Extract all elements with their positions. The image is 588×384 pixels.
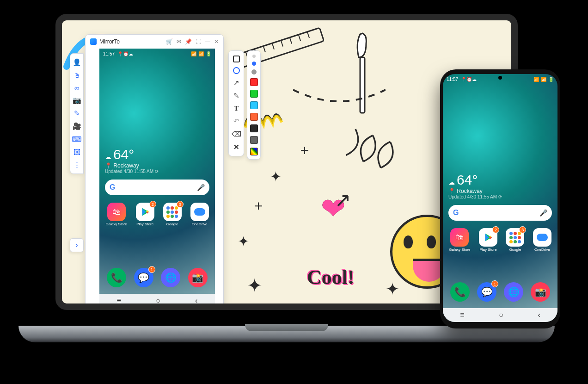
close-tool-icon[interactable]: ✕ bbox=[233, 143, 239, 151]
cart-icon[interactable]: 🛒 bbox=[166, 38, 173, 45]
weather-location: Rockaway bbox=[113, 162, 139, 169]
color-green-swatch[interactable] bbox=[250, 90, 258, 98]
rect-tool-icon[interactable] bbox=[233, 56, 240, 62]
mouse-icon[interactable]: 🖱 bbox=[74, 71, 80, 79]
minimize-icon[interactable]: — bbox=[205, 38, 210, 45]
dashed-curve-doodle bbox=[293, 85, 386, 108]
weather-icon: ☁ bbox=[105, 153, 111, 161]
mirrored-phone-screen[interactable]: 11:57 📍⏰☁ 📶📶🔋 ☁ 64° 📍 Rockaway Updated 4… bbox=[99, 49, 215, 308]
dock-internet[interactable]: 🌐 bbox=[161, 268, 180, 287]
google-search-bar[interactable]: G 🎤 bbox=[105, 180, 209, 195]
nav-home[interactable]: ○ bbox=[499, 311, 503, 319]
size-large-icon[interactable] bbox=[251, 69, 257, 74]
star-doodle: ✦ bbox=[270, 168, 282, 185]
wallpaper-area bbox=[443, 84, 557, 172]
color-gray-swatch[interactable] bbox=[250, 136, 258, 144]
size-small-icon[interactable] bbox=[252, 55, 256, 58]
dock-phone[interactable]: 📞 bbox=[107, 268, 126, 287]
paintbrush-doodle bbox=[353, 30, 372, 122]
app-play-store[interactable]: 2Play Store bbox=[479, 228, 497, 252]
app-row: 🛍 Galaxy Store 2 Play Store 3 Google One… bbox=[99, 198, 215, 227]
text-tool-icon[interactable]: T bbox=[234, 105, 239, 112]
status-time: 11:57 bbox=[447, 77, 458, 82]
svg-line-6 bbox=[281, 40, 283, 46]
size-medium-icon[interactable] bbox=[252, 62, 256, 66]
circle-tool-icon[interactable] bbox=[233, 67, 240, 74]
google-logo-icon: G bbox=[110, 183, 115, 192]
svg-line-7 bbox=[290, 37, 292, 43]
svg-line-9 bbox=[307, 32, 309, 38]
color-rainbow-swatch[interactable] bbox=[250, 148, 258, 155]
infinity-icon[interactable]: ∞ bbox=[74, 84, 80, 92]
app-onedrive[interactable]: OneDrive bbox=[190, 203, 209, 226]
status-left-icons: 📍⏰☁ bbox=[461, 77, 477, 82]
nav-recents[interactable]: ≡ bbox=[117, 297, 121, 305]
nav-back[interactable]: ‹ bbox=[195, 297, 197, 305]
plus-doodle: ＋ bbox=[251, 196, 265, 215]
eraser-tool-icon[interactable]: ⌫ bbox=[232, 130, 241, 138]
star-doodle: ✦ bbox=[247, 275, 263, 297]
mail-icon[interactable]: ✉ bbox=[177, 38, 181, 45]
status-right-icons: 📶📶🔋 bbox=[191, 51, 211, 56]
pin-icon[interactable]: 📌 bbox=[185, 38, 192, 45]
mic-icon[interactable]: 🎤 bbox=[539, 209, 547, 217]
nav-back[interactable]: ‹ bbox=[538, 311, 540, 319]
phone-dock: 📞 💬1 🌐 📸 bbox=[447, 279, 554, 304]
expand-toolbar-button[interactable]: › bbox=[70, 238, 84, 252]
weather-widget[interactable]: ☁ 64° 📍 Rockaway Updated 4/30 11:55 AM ⟳ bbox=[99, 147, 215, 177]
dock-internet[interactable]: 🌐 bbox=[504, 282, 523, 302]
google-search-bar[interactable]: G 🎤 bbox=[448, 205, 552, 221]
arrow-tool-icon[interactable]: ↗ bbox=[233, 79, 239, 87]
weather-widget[interactable]: ☁ 64° 📍 Rockaway Updated 4/30 11:55 AM ⟳ bbox=[443, 172, 557, 202]
color-red-swatch[interactable] bbox=[250, 78, 258, 86]
nav-home[interactable]: ○ bbox=[156, 297, 160, 305]
fullscreen-icon[interactable]: ⛶ bbox=[196, 38, 201, 45]
app-google-folder[interactable]: 3Google bbox=[506, 228, 524, 252]
status-right-icons: 📶📶🔋 bbox=[533, 77, 554, 82]
physical-phone-screen[interactable]: 11:57 📍⏰☁ 📶📶🔋 ☁ 64° 📍 Rockaway Updated 4… bbox=[443, 74, 557, 322]
screenshot-icon[interactable]: 📷 bbox=[73, 96, 81, 105]
google-logo-icon: G bbox=[453, 209, 459, 217]
dock-phone[interactable]: 📞 bbox=[450, 282, 470, 302]
undo-tool-icon[interactable]: ↶ bbox=[233, 117, 239, 125]
mirrorto-window: MirrorTo 🛒 ✉ 📌 ⛶ — ✕ 👤 🖱 ∞ 📷 ✎ 🎥 bbox=[85, 34, 224, 308]
star-doodle: ✦ bbox=[238, 233, 249, 249]
app-play-store[interactable]: 2 Play Store bbox=[136, 203, 154, 226]
phone-camera-hole bbox=[498, 76, 502, 80]
phone-nav-bar: ≡ ○ ‹ bbox=[443, 308, 557, 322]
dock-messages[interactable]: 💬1 bbox=[477, 282, 496, 302]
app-onedrive[interactable]: OneDrive bbox=[533, 228, 551, 252]
close-icon[interactable]: ✕ bbox=[214, 38, 219, 45]
svg-line-5 bbox=[272, 43, 274, 49]
color-orange-swatch[interactable] bbox=[250, 113, 258, 121]
app-galaxy-store[interactable]: 🛍Galaxy Store bbox=[449, 228, 470, 252]
pen-tool-icon[interactable]: ✎ bbox=[233, 92, 239, 100]
status-time: 11:57 bbox=[103, 51, 115, 56]
draw-icon[interactable]: ✎ bbox=[74, 109, 80, 118]
phone-dock: 📞 💬1 🌐 📸 bbox=[103, 265, 211, 290]
app-google-folder[interactable]: 3 Google bbox=[163, 203, 182, 226]
color-toolbar bbox=[247, 50, 261, 160]
account-icon[interactable]: 👤 bbox=[73, 58, 81, 67]
wallpaper-area bbox=[99, 59, 215, 147]
svg-line-8 bbox=[299, 35, 300, 41]
weather-updated: Updated 4/30 11:55 AM ⟳ bbox=[105, 169, 209, 174]
color-black-swatch[interactable] bbox=[250, 124, 258, 132]
status-left-icons: 📍⏰☁ bbox=[117, 51, 133, 56]
physical-phone: 11:57 📍⏰☁ 📶📶🔋 ☁ 64° 📍 Rockaway Updated 4… bbox=[440, 69, 560, 328]
dock-camera[interactable]: 📸 bbox=[188, 268, 208, 287]
nav-recents[interactable]: ≡ bbox=[460, 311, 464, 319]
gallery-icon[interactable]: 🖼 bbox=[74, 148, 80, 156]
keyboard-icon[interactable]: ⌨ bbox=[72, 135, 82, 143]
dock-messages[interactable]: 💬1 bbox=[134, 268, 153, 287]
record-icon[interactable]: 🎥 bbox=[73, 122, 81, 130]
mic-icon[interactable]: 🎤 bbox=[197, 184, 205, 191]
plus-doodle: ＋ bbox=[298, 141, 312, 160]
weather-temp: 64° bbox=[113, 147, 134, 162]
dock-camera[interactable]: 📸 bbox=[531, 282, 550, 302]
more-icon[interactable]: ⋮ bbox=[74, 161, 80, 169]
app-galaxy-store[interactable]: 🛍 Galaxy Store bbox=[105, 203, 127, 226]
color-cyan-swatch[interactable] bbox=[250, 101, 258, 109]
dna-doodle bbox=[338, 123, 405, 181]
annotation-toolbar: ↗ ✎ T ↶ ⌫ ✕ bbox=[228, 50, 244, 156]
